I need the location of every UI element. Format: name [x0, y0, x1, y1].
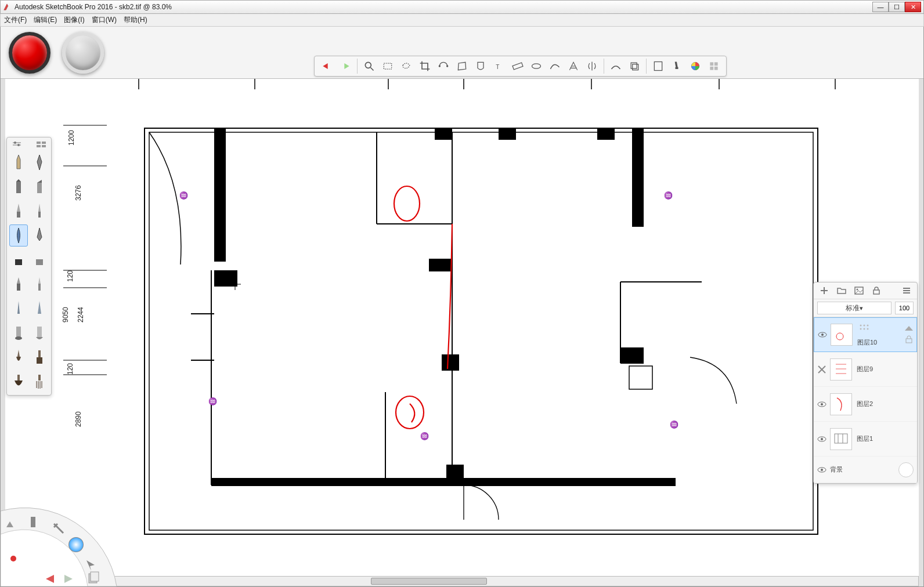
svg-text:3276: 3276 — [74, 185, 82, 201]
brush-properties-button[interactable] — [668, 57, 685, 75]
title-bar: Autodesk SketchBook Pro 2016 - skb2.tif … — [0, 0, 924, 14]
primary-color-puck[interactable] — [9, 32, 50, 74]
brush-paint-soft[interactable] — [30, 273, 49, 295]
opacity-field[interactable]: 100 — [895, 302, 914, 314]
svg-rect-87 — [37, 327, 42, 337]
maximize-button[interactable]: ☐ — [889, 2, 905, 12]
lock-icon[interactable] — [905, 335, 913, 343]
layer-add-icon[interactable] — [820, 286, 829, 295]
brush-paint[interactable] — [9, 273, 28, 295]
brush-pen[interactable] — [30, 151, 49, 173]
svg-rect-36 — [145, 128, 818, 534]
svg-rect-76 — [42, 145, 46, 147]
menu-file[interactable]: 文件(F) — [4, 15, 27, 25]
brush-airbrush-2[interactable] — [30, 200, 49, 222]
layer-lock-icon[interactable] — [872, 286, 881, 295]
color-wheel-button[interactable] — [687, 57, 704, 75]
menu-help[interactable]: 帮助(H) — [124, 15, 147, 25]
menu-window[interactable]: 窗口(W) — [92, 15, 117, 25]
svg-point-65 — [394, 186, 420, 221]
brush-airbrush[interactable] — [9, 200, 28, 222]
stroke-stabilizer-button[interactable] — [607, 57, 625, 75]
visibility-icon[interactable] — [818, 330, 827, 339]
svg-rect-48 — [211, 478, 641, 486]
brush-flat[interactable] — [30, 346, 49, 368]
minimize-button[interactable]: — — [872, 2, 889, 12]
redo-button[interactable] — [337, 57, 354, 75]
background-label: 背景 — [830, 465, 843, 474]
background-color-swatch[interactable] — [898, 462, 914, 477]
transform-free-button[interactable] — [435, 57, 452, 75]
ellipse-guide-button[interactable] — [528, 57, 545, 75]
layers-panel: 标准 ▾ 100 图层10 图层9 图层2 — [813, 282, 918, 484]
zoom-button[interactable] — [360, 57, 378, 75]
visibility-icon[interactable] — [817, 434, 826, 444]
layer-menu-icon[interactable] — [902, 286, 911, 295]
horizontal-scrollbar[interactable] — [5, 576, 919, 586]
fill-button[interactable] — [472, 57, 489, 75]
brush-pencil[interactable] — [9, 151, 28, 173]
brush-fan[interactable] — [9, 371, 28, 393]
layer-row[interactable]: 图层2 — [814, 387, 917, 422]
brush-grid-icon[interactable] — [36, 141, 46, 148]
svg-point-104 — [857, 289, 858, 291]
brush-ink[interactable] — [9, 224, 28, 247]
text-button[interactable]: T — [490, 57, 508, 75]
visibility-icon[interactable] — [817, 400, 826, 409]
canvas[interactable]: 1200 3276 120 9050 2244 120 2890 — [5, 79, 919, 576]
visibility-icon[interactable] — [817, 465, 826, 474]
brush-marker[interactable] — [9, 176, 28, 198]
svg-rect-47 — [620, 347, 644, 364]
visibility-off-icon[interactable] — [817, 365, 826, 374]
layer-row[interactable]: 图层9 — [814, 352, 917, 387]
svg-rect-79 — [17, 212, 20, 218]
brush-eraser-hard[interactable] — [9, 249, 28, 271]
svg-point-115 — [860, 328, 862, 329]
scrollbar-thumb[interactable] — [371, 578, 487, 585]
layer-folder-icon[interactable] — [837, 286, 846, 295]
undo-button[interactable] — [318, 57, 335, 75]
brush-marker-chisel[interactable] — [30, 176, 49, 198]
grid-view-button[interactable] — [705, 57, 723, 75]
crop-button[interactable] — [416, 57, 434, 75]
select-lasso-button[interactable] — [398, 57, 415, 75]
brush-felt[interactable] — [30, 298, 49, 320]
brush-bristle[interactable] — [30, 371, 49, 393]
svg-rect-59 — [629, 366, 652, 389]
svg-text:1200: 1200 — [67, 130, 75, 146]
ruler-button[interactable] — [509, 57, 526, 75]
symmetry-button[interactable] — [583, 57, 601, 75]
svg-text:♒: ♒ — [670, 420, 678, 429]
brush-ballpoint[interactable] — [9, 298, 28, 320]
svg-point-86 — [15, 336, 22, 340]
svg-rect-42 — [597, 128, 615, 140]
menu-edit[interactable]: 编辑(E) — [34, 15, 57, 25]
brush-settings-icon[interactable] — [12, 141, 22, 148]
close-button[interactable]: ✕ — [905, 2, 921, 12]
svg-point-4 — [446, 65, 448, 67]
layer-preview-icon — [857, 323, 871, 335]
brush-library-button[interactable] — [649, 57, 667, 75]
brush-chisel[interactable] — [9, 322, 28, 344]
brush-eraser-soft[interactable] — [30, 249, 49, 271]
layer-image-icon[interactable] — [854, 286, 864, 295]
brush-nib[interactable] — [30, 224, 49, 247]
secondary-color-puck[interactable] — [62, 32, 104, 74]
svg-rect-90 — [38, 375, 41, 381]
brush-palette — [6, 137, 52, 396]
background-layer-row[interactable]: 背景 — [814, 456, 917, 483]
brush-smudge[interactable] — [30, 322, 49, 344]
menu-image[interactable]: 图像(I) — [64, 15, 84, 25]
perspective-button[interactable] — [565, 57, 582, 75]
blend-mode-select[interactable]: 标准 ▾ — [817, 302, 891, 314]
svg-rect-40 — [435, 128, 452, 140]
move-up-icon[interactable] — [905, 326, 913, 332]
french-curve-button[interactable] — [546, 57, 564, 75]
select-rect-button[interactable] — [379, 57, 396, 75]
brush-brush[interactable] — [9, 346, 28, 368]
layer-row[interactable]: 图层10 — [814, 317, 917, 352]
svg-text:120: 120 — [66, 363, 74, 375]
transform-distort-button[interactable] — [453, 57, 471, 75]
layer-row[interactable]: 图层1 — [814, 422, 917, 456]
layer-add-button[interactable] — [626, 57, 643, 75]
